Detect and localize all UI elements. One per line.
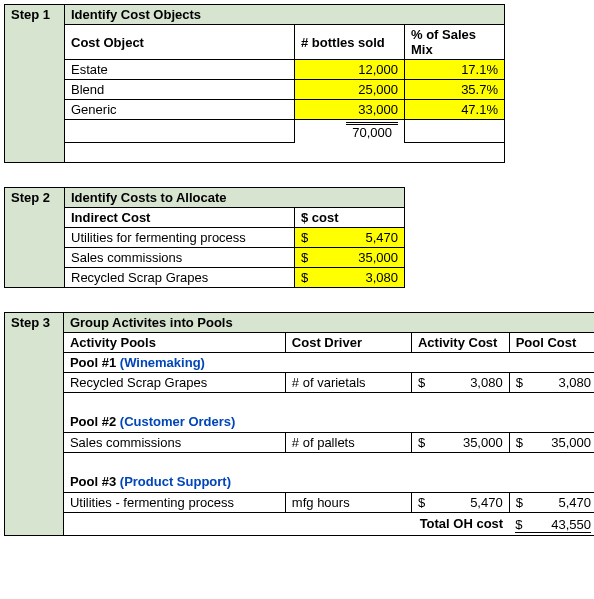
cell-value[interactable]: $5,470 bbox=[295, 227, 405, 247]
cell-value[interactable]: $5,470 bbox=[509, 492, 594, 512]
step1-title: Identify Cost Objects bbox=[65, 5, 295, 25]
col-pool-cost: Pool Cost bbox=[509, 332, 594, 352]
total-bottles: 70,000 bbox=[346, 122, 398, 140]
col-indirect-cost: Indirect Cost bbox=[65, 207, 295, 227]
step2-label: Step 2 bbox=[5, 187, 65, 287]
col-sales-mix: % of Sales Mix bbox=[405, 25, 505, 60]
cell-value[interactable]: $35,000 bbox=[509, 432, 594, 452]
pool2-item: Sales commissions # of pallets $35,000 $… bbox=[5, 432, 595, 452]
pool3-item: Utilities - fermenting process mfg hours… bbox=[5, 492, 595, 512]
cell-value[interactable]: $3,080 bbox=[411, 372, 509, 392]
step3-title: Group Activites into Pools bbox=[63, 312, 285, 332]
total-oh-value: 43,550 bbox=[551, 517, 591, 532]
col-cost-driver: Cost Driver bbox=[285, 332, 411, 352]
step3-table: Step 3 Group Activites into Pools Activi… bbox=[4, 312, 594, 536]
cell-value[interactable]: 25,000 bbox=[295, 80, 405, 100]
step1-label: Step 1 bbox=[5, 5, 65, 163]
cell-value[interactable]: $35,000 bbox=[411, 432, 509, 452]
row-utilities: Utilities for fermenting process $5,470 bbox=[5, 227, 405, 247]
pool1-header: Pool #1 (Winemaking) bbox=[5, 352, 595, 372]
step1-table: Step 1 Identify Cost Objects Cost Object… bbox=[4, 4, 505, 163]
pool2-header: Pool #2 (Customer Orders) bbox=[5, 412, 595, 432]
cell-value[interactable]: $3,080 bbox=[509, 372, 594, 392]
row-generic: Generic 33,000 47.1% bbox=[5, 100, 505, 120]
cell-value[interactable]: 17.1% bbox=[405, 60, 505, 80]
row-blend: Blend 25,000 35.7% bbox=[5, 80, 505, 100]
col-bottles: # bottles sold bbox=[295, 25, 405, 60]
cell-value[interactable]: $5,470 bbox=[411, 492, 509, 512]
cell-value[interactable]: 47.1% bbox=[405, 100, 505, 120]
row-total-oh: Total OH cost $43,550 bbox=[5, 512, 595, 535]
cell-value[interactable]: 12,000 bbox=[295, 60, 405, 80]
pool3-header: Pool #3 (Product Support) bbox=[5, 472, 595, 492]
col-activity-cost: Activity Cost bbox=[411, 332, 509, 352]
cell-value[interactable]: 33,000 bbox=[295, 100, 405, 120]
pool1-item: Recycled Scrap Grapes # of varietals $3,… bbox=[5, 372, 595, 392]
row-commissions: Sales commissions $35,000 bbox=[5, 247, 405, 267]
col-activity-pools: Activity Pools bbox=[63, 332, 285, 352]
col-dollar-cost: $ cost bbox=[295, 207, 405, 227]
cell-value[interactable]: $3,080 bbox=[295, 267, 405, 287]
cell-value[interactable]: 35.7% bbox=[405, 80, 505, 100]
row-scrap: Recycled Scrap Grapes $3,080 bbox=[5, 267, 405, 287]
step3-label: Step 3 bbox=[5, 312, 64, 535]
col-cost-object: Cost Object bbox=[65, 25, 295, 60]
cell-value[interactable]: $35,000 bbox=[295, 247, 405, 267]
total-oh-label: Total OH cost bbox=[411, 512, 509, 535]
step2-title: Identify Costs to Allocate bbox=[65, 187, 295, 207]
step2-table: Step 2 Identify Costs to Allocate Indire… bbox=[4, 187, 405, 288]
row-estate: Estate 12,000 17.1% bbox=[5, 60, 505, 80]
row-total: 70,000 bbox=[5, 120, 505, 143]
